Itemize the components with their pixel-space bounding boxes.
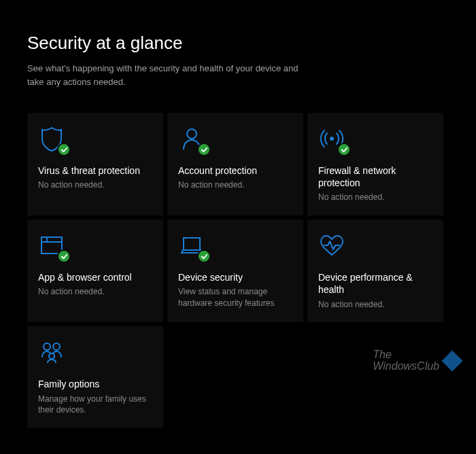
tile-title: Account protection (178, 164, 292, 177)
security-tile[interactable]: Device performance & healthNo action nee… (307, 220, 443, 322)
tile-status: No action needed. (178, 179, 292, 191)
page-subtitle: See what's happening with the security a… (27, 62, 313, 88)
watermark: The WindowsClub (373, 349, 460, 372)
status-ok-badge (197, 143, 211, 156)
tile-title: Family options (38, 378, 152, 390)
security-tile[interactable]: Account protectionNo action needed. (167, 113, 303, 215)
window-icon (38, 232, 68, 262)
tile-title: Device security (178, 271, 292, 283)
tile-title: App & browser control (38, 271, 152, 283)
heart-icon (318, 232, 348, 262)
tile-status: Manage how your family uses their device… (38, 394, 152, 417)
tile-title: Firewall & network protection (318, 164, 432, 189)
watermark-line2: WindowsClub (373, 361, 439, 372)
status-ok-badge (57, 143, 71, 156)
status-ok-badge (57, 249, 71, 263)
tile-title: Device performance & health (318, 271, 432, 296)
security-tile[interactable]: Family optionsManage how your family use… (27, 326, 163, 428)
status-ok-badge (197, 249, 211, 263)
shield-icon (38, 125, 68, 155)
windows-logo-icon (441, 351, 462, 372)
security-tile[interactable]: App & browser controlNo action needed. (27, 220, 163, 322)
tile-status: No action needed. (318, 299, 432, 311)
antenna-icon (318, 125, 348, 155)
tile-status: No action needed. (38, 286, 152, 298)
status-ok-badge (337, 143, 351, 156)
watermark-line1: The (373, 349, 439, 361)
security-tile[interactable]: Device securityView status and manage ha… (167, 220, 303, 322)
page-title: Security at a glance (27, 33, 449, 54)
tile-title: Virus & threat protection (38, 164, 152, 177)
tile-status: View status and manage hardware security… (178, 286, 292, 309)
watermark-text: The WindowsClub (373, 349, 439, 372)
tile-status: No action needed. (38, 179, 152, 191)
tiles-grid: Virus & threat protectionNo action neede… (27, 113, 449, 428)
family-icon (38, 338, 68, 368)
person-icon (178, 125, 208, 155)
tile-status: No action needed. (318, 192, 432, 203)
laptop-icon (178, 232, 208, 262)
security-tile[interactable]: Virus & threat protectionNo action neede… (27, 113, 163, 215)
security-tile[interactable]: Firewall & network protectionNo action n… (307, 113, 443, 215)
